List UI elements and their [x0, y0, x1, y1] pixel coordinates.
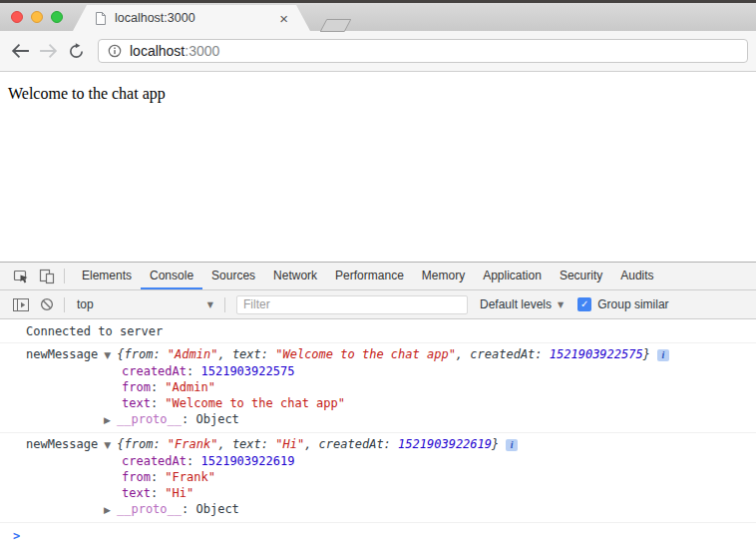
property-key: from [122, 470, 151, 484]
object-property-row: createdAt: 1521903922575 [0, 363, 756, 379]
devtools-tab-security[interactable]: Security [551, 263, 611, 289]
inspect-element-icon[interactable] [8, 263, 34, 289]
proto-row: ▶__proto__: Object [0, 411, 756, 428]
console-groups: newMessage▼{from: "Admin", text: "Welcom… [0, 343, 756, 523]
console-toolbar: top ▼ Default levels ▼ ✓ Group similar [0, 290, 756, 319]
devtools-tab-console[interactable]: Console [141, 263, 202, 289]
toolbar-divider [64, 297, 65, 312]
site-info-icon[interactable] [108, 44, 122, 58]
property-value: "Welcome to the chat app" [165, 396, 345, 410]
prompt-chevron-icon: > [13, 529, 20, 543]
console-output: Connected to server newMessage▼{from: "A… [0, 319, 756, 551]
execution-context-selector[interactable]: top ▼ [69, 293, 220, 315]
proto-value: Object [195, 412, 238, 426]
page-content: Welcome to the chat app [0, 72, 756, 262]
browser-toolbar: localhost:3000 [0, 31, 756, 72]
group-similar-label: Group similar [597, 297, 668, 311]
property-value: "Admin" [165, 380, 215, 394]
object-property-row: text: "Hi" [0, 485, 756, 501]
proto-value: Object [195, 502, 238, 516]
devtools-tabs: ElementsConsoleSourcesNetworkPerformance… [73, 263, 663, 289]
console-sidebar-icon[interactable] [8, 291, 34, 318]
event-name-label: newMessage [26, 437, 98, 451]
proto-row: ▶__proto__: Object [0, 501, 756, 518]
browser-window: localhost:3000 × localhost:3000 Welcome … [0, 0, 756, 551]
close-window-button[interactable] [11, 11, 23, 23]
devtools-tab-sources[interactable]: Sources [202, 263, 264, 289]
property-key: createdAt [122, 454, 187, 468]
log-text: Connected to server [26, 324, 163, 338]
log-levels-dropdown[interactable]: Default levels ▼ [480, 297, 564, 311]
property-key: from [122, 380, 151, 394]
tab-close-icon[interactable]: × [279, 11, 288, 26]
devtools-tab-elements[interactable]: Elements [73, 263, 141, 289]
console-log-group: newMessage▼{from: "Frank", text: "Hi", c… [0, 433, 756, 523]
chevron-down-icon: ▼ [558, 300, 564, 309]
context-label: top [77, 297, 94, 311]
event-name-label: newMessage [26, 347, 98, 361]
console-message: Connected to server [0, 319, 756, 343]
toolbar-divider [224, 297, 225, 312]
back-button[interactable] [6, 37, 34, 65]
proto-key: __proto__ [117, 412, 182, 426]
object-preview-line: newMessage▼{from: "Admin", text: "Welcom… [0, 346, 756, 363]
forward-button[interactable] [34, 37, 62, 65]
fullscreen-window-button[interactable] [51, 11, 63, 23]
devtools-tab-memory[interactable]: Memory [413, 263, 474, 289]
object-property-row: from: "Admin" [0, 379, 756, 395]
filter-input[interactable] [236, 295, 468, 314]
tab-title: localhost:3000 [115, 11, 271, 25]
info-icon[interactable]: i [506, 439, 518, 451]
property-key: text [122, 486, 151, 500]
toolbar-divider [64, 269, 65, 283]
page-icon [95, 11, 107, 25]
devtools-tab-application[interactable]: Application [474, 263, 551, 289]
devtools-panel: ElementsConsoleSourcesNetworkPerformance… [0, 262, 756, 551]
minimize-window-button[interactable] [31, 11, 43, 23]
property-value: "Frank" [165, 470, 215, 484]
clear-console-icon[interactable] [34, 291, 60, 318]
proto-key: __proto__ [117, 502, 182, 516]
levels-label: Default levels [480, 297, 552, 311]
group-similar-checkbox[interactable]: ✓ [577, 297, 591, 311]
expand-arrow-icon[interactable]: ▶ [104, 412, 117, 428]
chevron-down-icon: ▼ [207, 300, 213, 309]
welcome-text: Welcome to the chat app [8, 85, 748, 103]
devtools-tab-network[interactable]: Network [264, 263, 326, 289]
property-value: "Hi" [165, 486, 193, 500]
collapse-arrow-icon[interactable]: ▼ [104, 347, 117, 363]
console-prompt[interactable]: > [0, 523, 756, 544]
expand-arrow-icon[interactable]: ▶ [104, 502, 117, 518]
url-port: :3000 [185, 43, 219, 59]
object-property-row: createdAt: 1521903922619 [0, 453, 756, 469]
new-tab-button[interactable] [320, 19, 352, 32]
url-text: localhost:3000 [130, 43, 219, 59]
devtools-tab-performance[interactable]: Performance [326, 263, 413, 289]
collapse-arrow-icon[interactable]: ▼ [104, 437, 117, 453]
address-bar[interactable]: localhost:3000 [98, 39, 748, 63]
devtools-tab-audits[interactable]: Audits [611, 263, 662, 289]
tab-strip: localhost:3000 × [0, 3, 756, 31]
reload-button[interactable] [62, 37, 90, 65]
object-preview: {from: "Admin", text: "Welcome to the ch… [117, 347, 650, 361]
object-preview-line: newMessage▼{from: "Frank", text: "Hi", c… [0, 436, 756, 453]
device-toolbar-icon[interactable] [34, 263, 60, 289]
property-value: 1521903922619 [200, 454, 294, 468]
property-key: text [122, 396, 151, 410]
browser-tab[interactable]: localhost:3000 × [73, 5, 310, 31]
property-value: 1521903922575 [200, 364, 294, 378]
property-key: createdAt [122, 364, 187, 378]
info-icon[interactable]: i [657, 349, 669, 361]
devtools-tabbar: ElementsConsoleSourcesNetworkPerformance… [0, 263, 756, 290]
object-property-row: text: "Welcome to the chat app" [0, 395, 756, 411]
window-controls [0, 11, 63, 23]
url-host: localhost [130, 43, 185, 59]
object-preview: {from: "Frank", text: "Hi", createdAt: 1… [117, 437, 499, 451]
console-log-group: newMessage▼{from: "Admin", text: "Welcom… [0, 343, 756, 433]
object-property-row: from: "Frank" [0, 469, 756, 485]
